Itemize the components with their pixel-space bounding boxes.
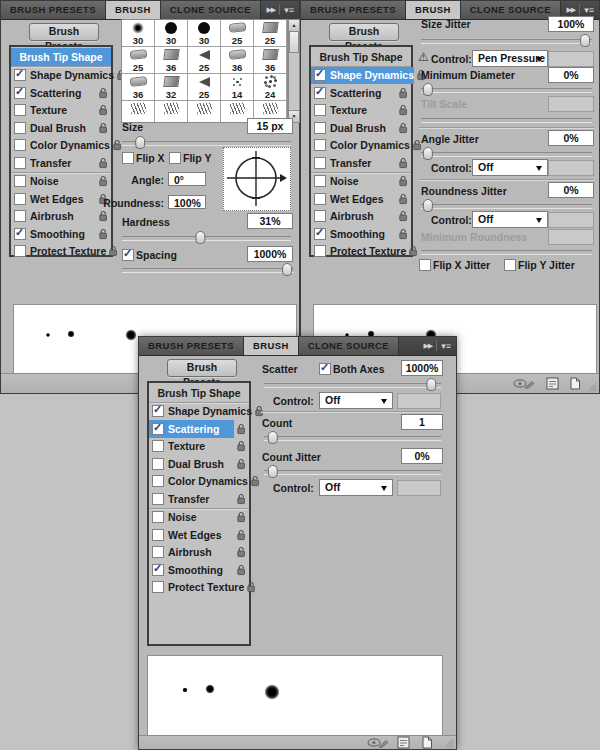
- spacing-slider[interactable]: [122, 268, 294, 273]
- brush-option-row[interactable]: Scattering: [11, 84, 111, 102]
- lock-icon[interactable]: [236, 493, 246, 505]
- flip-y-checkbox[interactable]: [169, 152, 181, 164]
- brush-tip-cell[interactable]: 25: [188, 47, 221, 74]
- lock-icon[interactable]: [236, 511, 246, 523]
- lock-icon[interactable]: [98, 87, 108, 99]
- scatter-value[interactable]: 1000%: [401, 360, 443, 376]
- option-checkbox[interactable]: [14, 210, 26, 222]
- lock-icon[interactable]: [408, 245, 418, 257]
- tab-clone-source[interactable]: CLONE SOURCE: [299, 337, 399, 355]
- brush-tip-cell[interactable]: 25: [188, 74, 221, 101]
- lock-icon[interactable]: [398, 157, 408, 169]
- option-checkbox[interactable]: [314, 104, 326, 116]
- brush-option-row[interactable]: Scattering: [149, 420, 249, 438]
- lock-icon[interactable]: [398, 122, 408, 134]
- brush-option-row[interactable]: Noise: [149, 509, 249, 527]
- brush-option-row[interactable]: Dual Brush: [311, 119, 411, 137]
- lock-icon[interactable]: [236, 529, 246, 541]
- brush-option-row[interactable]: Smoothing: [311, 225, 411, 243]
- option-checkbox[interactable]: [152, 405, 164, 417]
- slider-thumb[interactable]: [135, 136, 145, 149]
- slider-thumb[interactable]: [580, 34, 590, 47]
- tab-brush[interactable]: BRUSH: [406, 1, 461, 19]
- option-checkbox[interactable]: [314, 139, 326, 151]
- brush-option-row[interactable]: Protect Texture: [149, 579, 249, 597]
- brush-option-row[interactable]: Smoothing: [149, 561, 249, 579]
- slider-thumb[interactable]: [423, 199, 433, 212]
- option-checkbox[interactable]: [14, 193, 26, 205]
- brush-option-row[interactable]: Texture: [149, 438, 249, 456]
- preset-manager-icon[interactable]: [546, 377, 559, 390]
- scrollbar-thumb[interactable]: [289, 31, 299, 53]
- brush-option-row[interactable]: Transfer: [11, 154, 111, 173]
- option-checkbox[interactable]: [152, 475, 164, 487]
- option-checkbox[interactable]: [14, 157, 26, 169]
- control-dropdown[interactable]: Pen Pressure: [472, 50, 548, 67]
- flip-y-jitter-checkbox[interactable]: [504, 259, 516, 271]
- brush-tip-cell[interactable]: 30: [122, 20, 155, 47]
- panel-menu-icon[interactable]: ▾≡: [284, 6, 294, 15]
- brush-tip-cell[interactable]: 25: [122, 47, 155, 74]
- preset-manager-icon[interactable]: [397, 736, 410, 749]
- option-checkbox[interactable]: [152, 529, 164, 541]
- size-slider[interactable]: [122, 141, 291, 146]
- tab-clone-source[interactable]: CLONE SOURCE: [161, 1, 261, 19]
- brush-option-row[interactable]: Transfer: [311, 154, 411, 173]
- brush-tip-cell[interactable]: 24: [254, 74, 287, 101]
- brush-option-row[interactable]: Airbrush: [149, 544, 249, 562]
- brush-option-row[interactable]: Brush Tip Shape: [11, 48, 111, 67]
- brush-option-row[interactable]: Smoothing: [11, 225, 111, 243]
- option-checkbox[interactable]: [14, 139, 26, 151]
- lock-icon[interactable]: [98, 157, 108, 169]
- tab-brush[interactable]: BRUSH: [244, 337, 299, 355]
- option-checkbox[interactable]: [152, 493, 164, 505]
- count-value[interactable]: 1: [401, 414, 443, 430]
- brush-option-row[interactable]: Protect Texture: [311, 243, 411, 261]
- size-value[interactable]: 15 px: [247, 118, 293, 134]
- lock-icon[interactable]: [236, 440, 246, 452]
- option-checkbox[interactable]: [314, 157, 326, 169]
- brush-option-row[interactable]: Texture: [311, 102, 411, 120]
- brush-option-row[interactable]: Color Dynamics: [311, 137, 411, 155]
- option-checkbox[interactable]: [314, 69, 326, 81]
- collapse-panel-icon[interactable]: ▶▶: [266, 6, 275, 14]
- option-checkbox[interactable]: [14, 228, 26, 240]
- brush-tip-cell[interactable]: 36: [122, 74, 155, 101]
- brush-option-row[interactable]: Protect Texture: [11, 243, 111, 261]
- option-checkbox[interactable]: [14, 122, 26, 134]
- brush-option-row[interactable]: Texture: [11, 102, 111, 120]
- grid-scrollbar[interactable]: ▲ ▼: [288, 19, 300, 123]
- option-checkbox[interactable]: [14, 69, 26, 81]
- brush-option-row[interactable]: Wet Edges: [311, 190, 411, 208]
- brush-option-row[interactable]: Shape Dynamics: [311, 67, 411, 85]
- brush-tip-cell[interactable]: [188, 101, 221, 123]
- lock-icon[interactable]: [398, 87, 408, 99]
- tab-brush-presets[interactable]: BRUSH PRESETS: [139, 337, 244, 355]
- spacing-value[interactable]: 1000%: [247, 246, 293, 262]
- brush-option-row[interactable]: Noise: [11, 173, 111, 191]
- tab-brush-presets[interactable]: BRUSH PRESETS: [1, 1, 106, 19]
- option-checkbox[interactable]: [314, 87, 326, 99]
- tab-clone-source[interactable]: CLONE SOURCE: [461, 1, 561, 19]
- brush-option-row[interactable]: Scattering: [311, 84, 411, 102]
- brush-tip-cell[interactable]: [155, 101, 188, 123]
- hardness-value[interactable]: 31%: [247, 213, 293, 229]
- lock-icon[interactable]: [250, 475, 260, 487]
- brush-tip-cell[interactable]: 14: [221, 74, 254, 101]
- brush-option-row[interactable]: Color Dynamics: [11, 137, 111, 155]
- brush-tip-cell[interactable]: 25: [221, 20, 254, 47]
- option-checkbox[interactable]: [314, 210, 326, 222]
- lock-icon[interactable]: [98, 175, 108, 187]
- option-checkbox[interactable]: [14, 104, 26, 116]
- brush-option-row[interactable]: Dual Brush: [149, 455, 249, 473]
- option-checkbox[interactable]: [152, 458, 164, 470]
- panel-menu-icon[interactable]: ▾≡: [441, 342, 451, 351]
- brush-option-row[interactable]: Dual Brush: [11, 119, 111, 137]
- roundness-jitter-value[interactable]: 0%: [548, 182, 594, 198]
- control-dropdown[interactable]: Off: [472, 159, 548, 176]
- option-checkbox[interactable]: [152, 581, 164, 593]
- minimum-diameter-slider[interactable]: [421, 88, 592, 93]
- bristle-preview-icon[interactable]: [513, 377, 535, 390]
- brush-option-row[interactable]: Airbrush: [11, 208, 111, 226]
- bristle-preview-icon[interactable]: [367, 736, 389, 749]
